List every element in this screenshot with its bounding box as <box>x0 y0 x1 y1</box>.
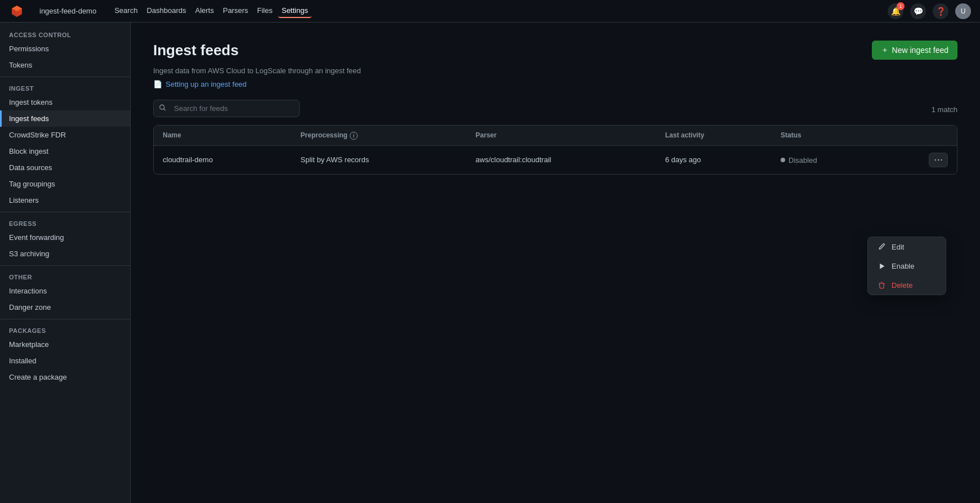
dropdown-item-enable[interactable]: Enable <box>868 256 946 275</box>
sidebar-item-tokens[interactable]: Tokens <box>0 57 130 73</box>
sidebar-section-other: Other <box>0 269 130 283</box>
row-actions-button[interactable]: ⋯ <box>929 153 948 167</box>
nav-link-settings[interactable]: Settings <box>278 4 311 18</box>
cell-status: Disabled <box>772 145 881 174</box>
doc-icon: 📄 <box>153 80 162 88</box>
notifications-badge: 1 <box>897 2 905 10</box>
edit-icon <box>877 242 886 251</box>
feeds-table: NamePreprocessingiParserLast activitySta… <box>153 125 957 175</box>
nav-links: SearchDashboardsAlertsParsersFilesSettin… <box>111 4 311 18</box>
sidebar-divider <box>0 77 130 77</box>
new-ingest-feed-button[interactable]: ＋ New ingest feed <box>872 41 957 60</box>
svg-marker-1 <box>880 263 884 269</box>
table-header: NamePreprocessingiParserLast activitySta… <box>154 126 957 145</box>
main-content: Ingest feeds ＋ New ingest feed Ingest da… <box>131 23 980 503</box>
col-header-parser: Parser <box>466 126 656 145</box>
sidebar-section-access-control: Access control <box>0 27 130 41</box>
enable-icon <box>877 261 886 270</box>
preprocessing-info-icon[interactable]: i <box>350 132 358 140</box>
sidebar-item-block-ingest[interactable]: Block ingest <box>0 143 130 159</box>
dropdown-item-label: Enable <box>892 262 914 270</box>
sidebar-item-s3-archiving[interactable]: S3 archiving <box>0 246 130 262</box>
col-header-actions <box>881 126 957 145</box>
topnav: ingest-feed-demo SearchDashboardsAlertsP… <box>0 0 980 23</box>
sidebar-item-permissions[interactable]: Permissions <box>0 41 130 57</box>
sidebar-section-packages: Packages <box>0 323 130 336</box>
col-header-status: Status <box>772 126 881 145</box>
sidebar: Access controlPermissionsTokensIngestIng… <box>0 23 131 503</box>
new-feed-label: New ingest feed <box>892 46 948 55</box>
delete-icon <box>877 281 886 290</box>
app-area: Access controlPermissionsTokensIngestIng… <box>0 23 980 503</box>
sidebar-item-crowdstrike-fdr[interactable]: CrowdStrike FDR <box>0 127 130 143</box>
sidebar-item-ingest-feeds[interactable]: Ingest feeds <box>0 110 130 127</box>
dropdown-menu: EditEnableDelete <box>867 237 946 295</box>
dropdown-item-label: Edit <box>892 243 904 251</box>
notifications-button[interactable]: 🔔 1 <box>888 3 903 19</box>
sidebar-divider <box>0 319 130 319</box>
sidebar-item-installed[interactable]: Installed <box>0 353 130 369</box>
nav-link-dashboards[interactable]: Dashboards <box>143 4 189 18</box>
sidebar-item-data-sources[interactable]: Data sources <box>0 159 130 176</box>
sidebar-section-ingest: Ingest <box>0 81 130 94</box>
col-header-name: Name <box>154 126 292 145</box>
avatar[interactable]: U <box>955 3 971 19</box>
messages-button[interactable]: 💬 <box>910 3 926 19</box>
dropdown-item-delete[interactable]: Delete <box>868 275 946 295</box>
cell-actions: ⋯ <box>881 145 957 174</box>
sidebar-item-event-forwarding[interactable]: Event forwarding <box>0 229 130 246</box>
sidebar-item-create-a-package[interactable]: Create a package <box>0 369 130 385</box>
help-button[interactable]: ❓ <box>933 3 948 19</box>
doc-link[interactable]: 📄 Setting up an ingest feed <box>153 80 247 88</box>
search-input[interactable] <box>153 100 300 117</box>
col-header-preprocessing: Preprocessingi <box>292 126 467 145</box>
sidebar-item-danger-zone[interactable]: Danger zone <box>0 299 130 315</box>
dropdown-item-edit[interactable]: Edit <box>868 237 946 256</box>
app-logo[interactable] <box>9 3 25 19</box>
col-header-last_activity: Last activity <box>656 126 772 145</box>
sidebar-item-listeners[interactable]: Listeners <box>0 192 130 208</box>
status-dot <box>781 158 785 162</box>
topnav-right: 🔔 1 💬 ❓ U <box>888 3 971 19</box>
page-subtitle: Ingest data from AWS Cloud to LogScale t… <box>153 66 957 75</box>
sidebar-divider <box>0 265 130 266</box>
repo-label[interactable]: ingest-feed-demo <box>36 5 100 17</box>
doc-link-text: Setting up an ingest feed <box>166 80 247 88</box>
cell-parser: aws/cloudtrail:cloudtrail <box>466 145 656 174</box>
search-icon <box>159 104 167 113</box>
dropdown-item-label: Delete <box>892 281 913 290</box>
sidebar-divider <box>0 212 130 212</box>
cell-name: cloudtrail-demo <box>154 145 292 174</box>
sidebar-item-interactions[interactable]: Interactions <box>0 283 130 299</box>
table-body: cloudtrail-demoSplit by AWS recordsaws/c… <box>154 145 957 174</box>
cell-preprocessing: Split by AWS records <box>292 145 467 174</box>
nav-link-alerts[interactable]: Alerts <box>191 4 217 18</box>
page-header: Ingest feeds ＋ New ingest feed <box>153 41 957 60</box>
sidebar-item-ingest-tokens[interactable]: Ingest tokens <box>0 94 130 110</box>
nav-link-parsers[interactable]: Parsers <box>220 4 252 18</box>
table-row: cloudtrail-demoSplit by AWS recordsaws/c… <box>154 145 957 174</box>
sidebar-item-marketplace[interactable]: Marketplace <box>0 336 130 353</box>
nav-link-files[interactable]: Files <box>254 4 276 18</box>
sidebar-item-tag-groupings[interactable]: Tag groupings <box>0 176 130 192</box>
sidebar-section-egress: Egress <box>0 216 130 229</box>
match-count: 1 match <box>932 105 957 114</box>
search-bar <box>153 100 300 117</box>
status-text: Disabled <box>789 156 817 164</box>
plus-icon: ＋ <box>881 45 889 55</box>
page-title: Ingest feeds <box>153 42 239 59</box>
nav-link-search[interactable]: Search <box>111 4 141 18</box>
cell-last_activity: 6 days ago <box>656 145 772 174</box>
